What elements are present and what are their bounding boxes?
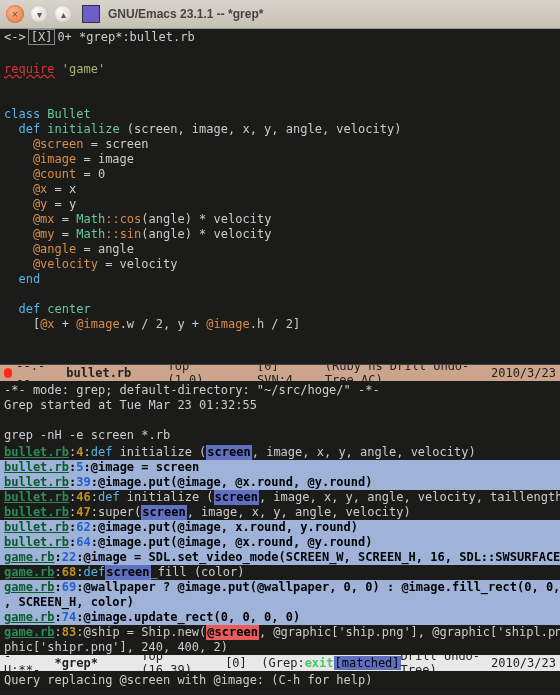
maximize-icon: ▴ (61, 9, 66, 20)
grep-line[interactable]: game.rb:69: @wallpaper ? @image.put(@wal… (0, 580, 560, 595)
ml2-mid: [0] (225, 656, 247, 670)
grep-text: @image.put(@image, @x.round, @y.round) (98, 535, 373, 550)
grep-text: @image = screen (91, 460, 199, 475)
ml2-pos: Top (16,39) (141, 655, 203, 671)
back-arrow-icon[interactable]: <- (4, 30, 18, 44)
grep-match: screen (214, 490, 259, 505)
grep-line-wrap: phic['shipr.png'], 240, 400, 2) (0, 640, 560, 655)
grep-current-match: @screen (206, 625, 259, 640)
close-button[interactable]: × (6, 5, 24, 23)
grep-lineno: 22 (62, 550, 76, 565)
forward-arrow-icon[interactable]: > (18, 30, 25, 44)
fn-cos: cos (120, 212, 142, 226)
ivar-image: @image (4, 152, 76, 166)
grep-line[interactable]: bullet.rb:46: def initialize (screen, im… (0, 490, 560, 505)
ivar-screen: @screen (4, 137, 83, 151)
grep-line[interactable]: game.rb:83: @ship = Ship.new(@screen, @g… (0, 625, 560, 640)
grep-file: game.rb (4, 580, 55, 595)
grep-text: , image, x, y, angle, velocity) (252, 445, 476, 460)
grep-match: screen (206, 445, 251, 460)
ivar-count: @count (4, 167, 76, 181)
kw-def2: def (4, 302, 40, 316)
grep-line[interactable]: bullet.rb:62: @image.put(@image, x.round… (0, 520, 560, 535)
grep-file: bullet.rb (4, 475, 69, 490)
tab-bar[interactable]: <- > [X] 0+ *grep*:bullet.rb (0, 29, 560, 45)
fn-initialize: initialize (47, 122, 119, 136)
kw-end: end (4, 272, 40, 286)
grep-lineno: 69 (62, 580, 76, 595)
grep-line[interactable]: bullet.rb:64: @image.put(@image, @x.roun… (0, 535, 560, 550)
grep-file: bullet.rb (4, 505, 69, 520)
grep-text: super( (98, 505, 141, 520)
grep-h2: Grep started at Tue Mar 23 01:32:55 (4, 398, 257, 412)
ml2-modes-l: (Grep: (261, 656, 304, 670)
ml2-modes-r: Drill Undo-Tree) (401, 655, 491, 671)
sep: :: (105, 212, 119, 226)
grep-line[interactable]: bullet.rb:39: @image.put(@image, @x.roun… (0, 475, 560, 490)
grep-lineno: 64 (76, 535, 90, 550)
const-math: Math (76, 212, 105, 226)
ml2-buffer: *grep* (55, 656, 98, 670)
minimize-button[interactable]: ▾ (30, 5, 48, 23)
ml-svn: [0] SVN:4 (257, 365, 310, 381)
grep-lineno: 83 (62, 625, 76, 640)
ml2-exit: exit (305, 656, 334, 670)
grep-text: @image.put(@image, @x.round, @y.round) (98, 475, 373, 490)
ivar-velocity: @velocity (4, 257, 98, 271)
ivar-image3: @image (206, 317, 249, 331)
ml-status: --:--- (16, 365, 52, 381)
ivar-mx: @mx (4, 212, 55, 226)
grep-match: screen (141, 505, 186, 520)
modeline-bullet[interactable]: --:--- bullet.rb Top (1,0) [0] SVN:4 (Ru… (0, 365, 560, 381)
minibuffer[interactable]: Query replacing @screen with @image: (C-… (0, 671, 560, 690)
grep-results[interactable]: bullet.rb:4: def initialize (screen, ima… (0, 445, 560, 655)
grep-file: game.rb (4, 565, 55, 580)
minibuffer-text: Query replacing @screen with @image: (C-… (4, 673, 372, 687)
grep-line[interactable]: game.rb:74: @image.update_rect(0, 0, 0, … (0, 610, 560, 625)
grep-lineno: 46 (76, 490, 90, 505)
tab-close-box[interactable]: [X] (28, 29, 56, 45)
grep-line[interactable]: game.rb:22: @image = SDL.set_video_mode(… (0, 550, 560, 565)
fn-sin: sin (120, 227, 142, 241)
ivar-x2: @x (40, 317, 54, 331)
ivar-x: @x (4, 182, 47, 196)
grep-text: @image = SDL.set_video_mode(SCREEN_W, SC… (84, 550, 561, 565)
grep-lineno: 62 (76, 520, 90, 535)
grep-lineno: 68 (62, 565, 76, 580)
grep-text: @image.update_rect(0, 0, 0, 0) (84, 610, 301, 625)
emacs-icon (82, 5, 100, 23)
str-game: 'game' (62, 62, 105, 76)
grep-line[interactable]: bullet.rb:47: super(screen, image, x, y,… (0, 505, 560, 520)
sep: :: (105, 227, 119, 241)
grep-lineno: 74 (62, 610, 76, 625)
grep-line[interactable]: game.rb:68: def screen_fill (color) (0, 565, 560, 580)
ivar-image2: @image (76, 317, 119, 331)
maximize-button[interactable]: ▴ (54, 5, 72, 23)
params: (screen, image, x, y, angle, velocity) (120, 122, 402, 136)
grep-text: _fill (color) (151, 565, 245, 580)
ml2-date: 2010/3/23 (491, 656, 556, 670)
modeline-grep[interactable]: -U:**- *grep* Top (16,39) [0] (Grep:exit… (0, 655, 560, 671)
grep-text: , @graphic['ship.png'], @graphic['shipl.… (259, 625, 560, 640)
grep-h4: grep -nH -e screen *.rb (4, 428, 170, 442)
grep-header[interactable]: -*- mode: grep; default-directory: "~/sr… (0, 381, 560, 445)
kw-def: def (4, 122, 40, 136)
grep-lineno: 47 (76, 505, 90, 520)
grep-line[interactable]: bullet.rb:5: @image = screen (0, 460, 560, 475)
ivar-my: @my (4, 227, 55, 241)
kw-require: require (4, 62, 55, 76)
grep-file: bullet.rb (4, 460, 69, 475)
window-titlebar: × ▾ ▴ GNU/Emacs 23.1.1 -- *grep* (0, 0, 560, 29)
grep-file: game.rb (4, 610, 55, 625)
window-title: GNU/Emacs 23.1.1 -- *grep* (108, 7, 263, 21)
ml-pos: Top (1,0) (167, 365, 220, 381)
ivar-y: @y (4, 197, 47, 211)
grep-lineno: 39 (76, 475, 90, 490)
code-buffer[interactable]: require 'game' class Bullet def initiali… (0, 45, 560, 365)
record-icon (4, 368, 12, 378)
grep-file: bullet.rb (4, 445, 69, 460)
ml2-status: -U:**- (4, 655, 40, 671)
ml-modes: (Ruby hs Drill Undo-Tree AC) (325, 365, 491, 381)
grep-line[interactable]: bullet.rb:4: def initialize (screen, ima… (0, 445, 560, 460)
grep-file: bullet.rb (4, 520, 69, 535)
